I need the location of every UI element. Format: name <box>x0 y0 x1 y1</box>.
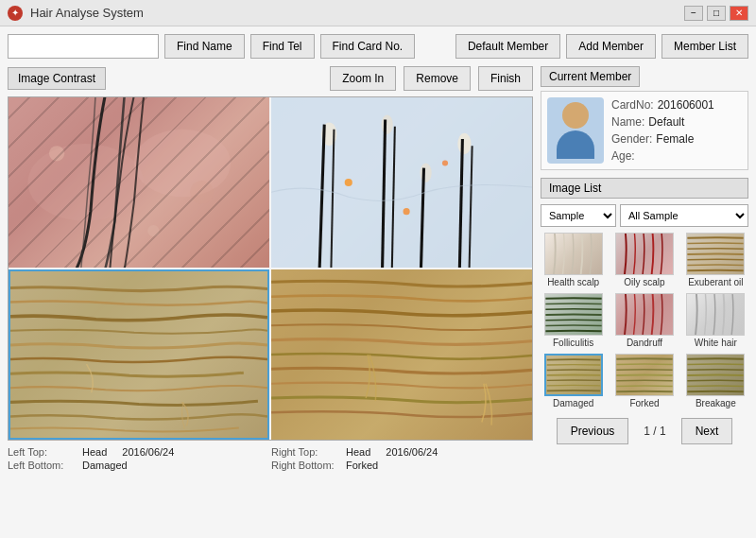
content-area: Image Contrast Zoom In Remove Finish <box>8 66 748 471</box>
avatar <box>547 97 604 164</box>
sample-label-oily: Oily scalp <box>624 277 664 287</box>
member-buttons: Default Member Add Member Member List <box>455 34 748 59</box>
finish-button[interactable]: Finish <box>478 66 533 91</box>
image-grid <box>8 96 533 441</box>
sample-label-forked: Forked <box>629 398 659 408</box>
sample-thumb-damaged <box>544 354 603 396</box>
left-top-value: Head <box>82 446 107 458</box>
svg-rect-0 <box>9 97 269 268</box>
caption-area: Left Top: Head 2016/06/24 Left Bottom: D… <box>8 446 533 471</box>
left-panel: Image Contrast Zoom In Remove Finish <box>8 66 533 471</box>
zoom-in-button[interactable]: Zoom In <box>330 66 396 91</box>
right-panel: Current Member CardNo: 201606001 <box>541 66 748 471</box>
gender-value: Female <box>656 132 694 146</box>
left-top-date: 2016/06/24 <box>122 446 174 458</box>
svg-point-3 <box>49 146 64 161</box>
name-row: Name: Default <box>611 115 714 129</box>
svg-point-1 <box>27 144 144 221</box>
sample-item-white[interactable]: White hair <box>683 293 748 348</box>
all-sample-dropdown[interactable]: All Sample <box>620 204 748 227</box>
image-top-left[interactable] <box>9 97 269 268</box>
toolbar: Find Name Find Tel Find Card No. Default… <box>8 34 748 59</box>
age-key: Age: <box>611 149 635 163</box>
maximize-button[interactable]: □ <box>707 6 726 21</box>
close-button[interactable]: ✕ <box>730 6 748 21</box>
find-card-no-button[interactable]: Find Card No. <box>320 34 416 59</box>
right-bottom-key: Right Bottom: <box>271 460 342 471</box>
sample-thumb-white <box>686 293 745 336</box>
card-no-row: CardNo: 201606001 <box>611 98 714 112</box>
card-no-key: CardNo: <box>611 98 654 112</box>
sample-thumb-oily <box>615 233 674 275</box>
image-contrast-bar: Image Contrast Zoom In Remove Finish <box>8 66 533 91</box>
sample-item-forked[interactable]: Forked <box>611 354 677 408</box>
image-top-right[interactable] <box>271 97 532 268</box>
image-contrast-label: Image Contrast <box>8 67 106 90</box>
nav-row: Previous 1 / 1 Next <box>541 418 748 444</box>
sample-grid: Health scalpOily scalpExuberant oilFolli… <box>541 233 748 408</box>
sample-item-exuberant[interactable]: Exuberant oil <box>683 233 748 287</box>
sample-thumb-breakage <box>686 354 745 396</box>
sample-label-white: White hair <box>695 338 737 348</box>
caption-right: Right Top: Head 2016/06/24 Right Bottom:… <box>271 446 533 471</box>
image-bottom-right[interactable] <box>271 269 532 440</box>
add-member-button[interactable]: Add Member <box>566 34 656 59</box>
avatar-head <box>562 102 589 129</box>
member-list-button[interactable]: Member List <box>662 34 748 59</box>
sample-thumb-forked <box>615 354 674 396</box>
avatar-figure <box>557 102 594 159</box>
sample-label-folliculitis: Folliculitis <box>553 338 593 348</box>
svg-point-9 <box>382 114 393 133</box>
remove-button[interactable]: Remove <box>404 66 471 91</box>
left-bottom-value: Damaged <box>82 460 128 471</box>
svg-point-11 <box>420 164 431 182</box>
default-member-button[interactable]: Default Member <box>455 34 560 59</box>
sample-item-breakage[interactable]: Breakage <box>683 354 748 408</box>
find-name-button[interactable]: Find Name <box>164 34 245 59</box>
sample-label-damaged: Damaged <box>553 398 593 408</box>
svg-point-10 <box>457 133 471 154</box>
search-input[interactable] <box>8 34 159 59</box>
next-button[interactable]: Next <box>681 418 733 444</box>
sample-label-exuberant: Exuberant oil <box>688 277 743 287</box>
svg-point-14 <box>404 208 410 215</box>
caption-left: Left Top: Head 2016/06/24 Left Bottom: D… <box>8 446 269 471</box>
image-bottom-left[interactable] <box>9 269 269 440</box>
svg-point-13 <box>442 160 448 165</box>
name-value: Default <box>648 115 684 129</box>
minimize-button[interactable]: − <box>684 6 703 21</box>
svg-point-5 <box>147 225 159 236</box>
current-member-section: Current Member CardNo: 201606001 <box>541 66 748 170</box>
sample-item-damaged[interactable]: Damaged <box>541 354 606 408</box>
left-bottom-key: Left Bottom: <box>8 460 78 471</box>
right-top-value: Head <box>346 446 370 458</box>
app-title: Hair Analyse System <box>30 6 144 20</box>
window-controls: − □ ✕ <box>684 6 748 21</box>
card-no-value: 201606001 <box>658 98 714 112</box>
member-card: CardNo: 201606001 Name: Default Gender: … <box>541 91 748 170</box>
left-top-key: Left Top: <box>8 446 78 458</box>
dropdowns: Sample All Sample <box>541 204 748 227</box>
title-bar: ✦ Hair Analyse System − □ ✕ <box>0 0 756 26</box>
svg-rect-15 <box>10 271 267 438</box>
name-key: Name: <box>611 115 644 129</box>
sample-dropdown[interactable]: Sample <box>541 204 616 227</box>
app-icon: ✦ <box>8 6 23 21</box>
right-top-date: 2016/06/24 <box>386 446 438 458</box>
sample-label-dandruff: Dandruff <box>627 338 662 348</box>
svg-point-4 <box>190 181 214 204</box>
sample-thumb-exuberant <box>686 233 745 275</box>
age-row: Age: <box>611 149 714 163</box>
gender-row: Gender: Female <box>611 132 714 146</box>
sample-label-breakage: Breakage <box>696 398 736 408</box>
sample-item-folliculitis[interactable]: Folliculitis <box>541 293 606 348</box>
sample-item-oily[interactable]: Oily scalp <box>611 233 677 287</box>
sample-item-dandruff[interactable]: Dandruff <box>611 293 677 348</box>
member-info: CardNo: 201606001 Name: Default Gender: … <box>611 97 714 164</box>
sample-item-health[interactable]: Health scalp <box>541 233 606 287</box>
image-list-section: Image List Sample All Sample Health scal… <box>541 178 748 444</box>
previous-button[interactable]: Previous <box>557 418 629 444</box>
right-top-key: Right Top: <box>271 446 342 458</box>
svg-rect-7 <box>271 97 532 268</box>
find-tel-button[interactable]: Find Tel <box>250 34 315 59</box>
